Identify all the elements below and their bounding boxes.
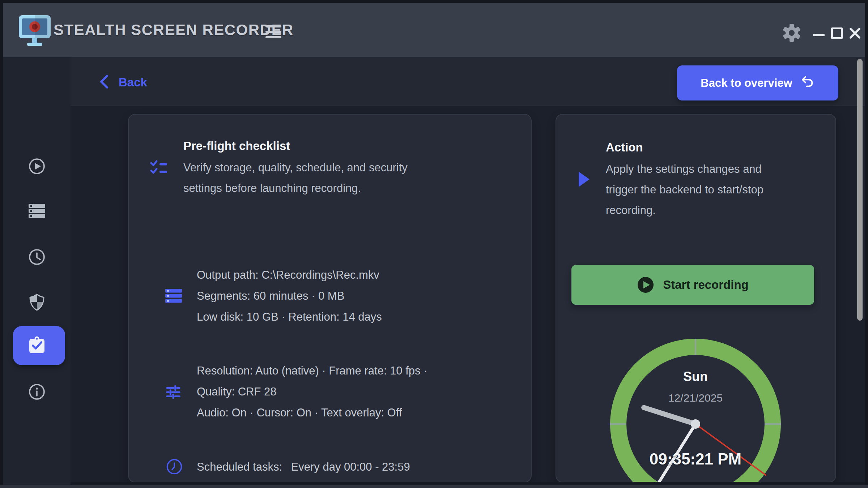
- storage-rows-icon: [165, 289, 182, 305]
- checklist-description: Verify storage, quality, schedule, and s…: [183, 157, 408, 198]
- clock-time: 09:35:21 PM: [556, 450, 835, 468]
- titlebar: STEALTH SCREEN RECORDER: [3, 3, 865, 57]
- storage-summary: Output path: C:\Recordings\Rec.mkv Segme…: [197, 265, 382, 328]
- settings-gear-icon[interactable]: [783, 24, 801, 43]
- quality-summary: Resolution: Auto (native) · Frame rate: …: [197, 360, 427, 423]
- clock-center-dot: [691, 419, 700, 429]
- back-label: Back: [119, 76, 147, 89]
- quality-sliders-icon: [165, 384, 182, 402]
- clock-hour-hand: [644, 407, 695, 424]
- sidebar: [3, 57, 71, 485]
- sidebar-item-recordings[interactable]: [3, 194, 71, 229]
- app-logo-monitor-icon: [16, 14, 56, 49]
- minimize-button[interactable]: [813, 34, 825, 36]
- clock-icon: [28, 248, 46, 267]
- sidebar-item-checklist[interactable]: [3, 328, 71, 363]
- schedule-label: Scheduled tasks:: [197, 461, 282, 473]
- schedule-value: Every day 00:00 - 23:59: [291, 461, 410, 473]
- clock-date: 12/21/2025: [556, 392, 835, 404]
- close-button[interactable]: [848, 27, 861, 41]
- sidebar-item-security[interactable]: [3, 286, 71, 321]
- menu-hamburger-icon[interactable]: [265, 21, 287, 43]
- back-to-overview-button[interactable]: Back to overview: [677, 65, 838, 100]
- schedule-clock-icon: [166, 458, 183, 477]
- back-link[interactable]: Back: [98, 71, 147, 94]
- sidebar-item-about[interactable]: [3, 375, 71, 410]
- preflight-checklist-card: Pre-flight checklist Verify storage, qua…: [128, 114, 532, 483]
- back-to-overview-label: Back to overview: [701, 77, 792, 90]
- sidebar-item-player[interactable]: [3, 150, 71, 184]
- analog-clock: [556, 115, 836, 483]
- play-circle-icon: [28, 158, 46, 176]
- checklist-icon: [150, 160, 169, 177]
- scrollbar-thumb[interactable]: [857, 59, 863, 321]
- info-icon: [28, 383, 46, 402]
- app-title: STEALTH SCREEN RECORDER: [54, 3, 294, 57]
- action-card: Action Apply the settings changes and tr…: [556, 114, 836, 483]
- schedule-summary: Scheduled tasks: Every day 00:00 - 23:59: [197, 460, 410, 474]
- undo-arrow-icon: [800, 75, 815, 91]
- maximize-button[interactable]: [831, 27, 843, 39]
- clock-day: Sun: [556, 369, 835, 384]
- checklist-card-title: Pre-flight checklist: [183, 139, 290, 153]
- rows-icon: [28, 204, 46, 220]
- sidebar-item-schedule[interactable]: [3, 240, 71, 275]
- shield-icon: [28, 293, 46, 313]
- chevron-left-icon: [98, 73, 111, 92]
- clipboard-check-icon: [28, 335, 46, 356]
- window-bottom-edge: [0, 485, 868, 488]
- scroll-bottom-shadow: [71, 482, 865, 485]
- app-window: STEALTH SCREEN RECORDER: [0, 0, 868, 488]
